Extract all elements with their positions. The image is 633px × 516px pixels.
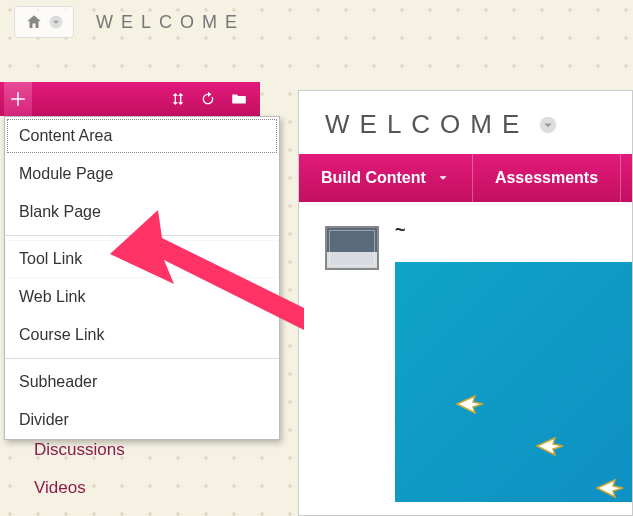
item-title[interactable]: ~ (395, 220, 406, 241)
tab-assessments[interactable]: Assessments (473, 154, 621, 202)
add-menu-dropdown: Content Area Module Page Blank Page Tool… (4, 116, 280, 440)
action-bar: Build Content Assessments (299, 154, 632, 202)
breadcrumb-title: WELCOME (84, 12, 245, 33)
item-image (395, 262, 633, 502)
course-menu-links: Discussions Videos (34, 440, 125, 498)
menu-item-content-area[interactable]: Content Area (5, 117, 279, 155)
plus-icon (9, 90, 27, 108)
home-button[interactable] (14, 6, 74, 38)
item-thumbnail[interactable] (325, 226, 379, 270)
sidebar-link-discussions[interactable]: Discussions (34, 440, 125, 460)
chevron-down-icon (436, 171, 450, 185)
sidebar-link-videos[interactable]: Videos (34, 478, 125, 498)
page-title-row: WELCOME (299, 91, 632, 154)
home-icon (25, 13, 43, 31)
reorder-icon[interactable] (170, 91, 186, 107)
add-menu-button[interactable] (4, 82, 32, 116)
page-title: WELCOME (325, 109, 529, 140)
menu-divider (5, 235, 279, 236)
chevron-down-icon[interactable] (539, 116, 557, 134)
content-frame: WELCOME Build Content Assessments ~ (298, 90, 633, 516)
menu-item-tool-link[interactable]: Tool Link (5, 240, 279, 278)
content-body: ~ (299, 202, 632, 294)
menu-item-web-link[interactable]: Web Link (5, 278, 279, 316)
cursor-graphic (455, 392, 485, 418)
tab-label: Assessments (495, 169, 598, 187)
menu-item-course-link[interactable]: Course Link (5, 316, 279, 354)
menu-item-divider[interactable]: Divider (5, 401, 279, 439)
cursor-graphic (595, 476, 625, 502)
menu-item-module-page[interactable]: Module Page (5, 155, 279, 193)
tab-build-content[interactable]: Build Content (299, 154, 473, 202)
menu-item-subheader[interactable]: Subheader (5, 363, 279, 401)
course-menu-toolbar (0, 82, 260, 116)
refresh-icon[interactable] (200, 91, 216, 107)
menu-item-blank-page[interactable]: Blank Page (5, 193, 279, 231)
breadcrumb: WELCOME (14, 6, 245, 38)
menu-divider (5, 358, 279, 359)
tab-label: Build Content (321, 169, 426, 187)
cursor-graphic (535, 434, 565, 460)
folder-icon[interactable] (230, 90, 248, 108)
chevron-down-icon (49, 15, 63, 29)
